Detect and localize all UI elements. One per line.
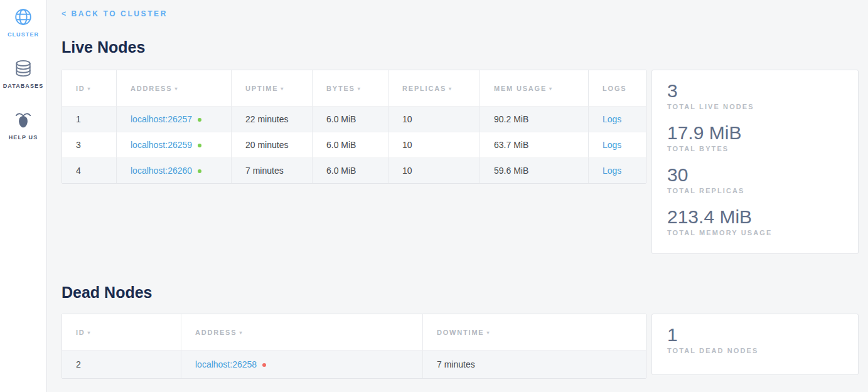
bug-icon	[14, 110, 33, 129]
node-id-cell: 2	[62, 350, 181, 378]
globe-icon	[14, 8, 33, 26]
sort-arrow-icon: ▾	[487, 330, 491, 336]
node-logs-cell: Logs	[589, 106, 646, 132]
node-address-link[interactable]: localhost:26259	[131, 140, 192, 150]
dead-status-icon	[262, 363, 266, 367]
node-address-link[interactable]: localhost:26257	[131, 114, 192, 124]
node-mem-usage-cell: 59.6 MiB	[480, 157, 589, 183]
sort-arrow-icon: ▾	[88, 330, 92, 336]
sort-arrow-icon: ▾	[239, 330, 243, 336]
sidebar: CLUSTER DATABASES HELP US	[0, 0, 47, 392]
table-row: 3 localhost:26259 20 minutes 6.0 MiB 10 …	[62, 132, 646, 157]
node-uptime-cell: 20 minutes	[232, 132, 313, 157]
node-address-link[interactable]: localhost:26258	[195, 359, 257, 369]
node-id-cell: 4	[62, 157, 117, 183]
dead-nodes-summary-card: 1 TOTAL DEAD NODES	[651, 314, 859, 375]
sort-arrow-icon: ▾	[358, 86, 362, 92]
sidebar-item-cluster[interactable]: CLUSTER	[8, 8, 39, 38]
live-nodes-title: Live Nodes	[62, 38, 859, 56]
column-header-bytes[interactable]: BYTES▾	[313, 70, 388, 106]
sidebar-item-help-us[interactable]: HELP US	[9, 110, 38, 140]
summary-stat: 30 TOTAL REPLICAS	[667, 163, 843, 196]
summary-stat: 213.4 MiB TOTAL MEMORY USAGE	[667, 205, 843, 238]
summary-stat: 1 TOTAL DEAD NODES	[667, 323, 843, 356]
stat-label: TOTAL DEAD NODES	[667, 346, 843, 356]
column-header-id[interactable]: ID▾	[62, 70, 117, 106]
node-mem-usage-cell: 63.7 MiB	[480, 132, 589, 157]
node-downtime-cell: 7 minutes	[423, 350, 646, 378]
sort-arrow-icon: ▾	[449, 86, 453, 92]
column-header-downtime[interactable]: DOWNTIME▾	[423, 314, 646, 350]
sidebar-item-databases[interactable]: DATABASES	[3, 59, 44, 89]
summary-stat: 3 TOTAL LIVE NODES	[667, 79, 843, 112]
node-replicas-cell: 10	[388, 157, 480, 183]
database-icon	[14, 59, 33, 78]
table-row: 4 localhost:26260 7 minutes 6.0 MiB 10 5…	[62, 157, 646, 183]
stat-value: 3	[667, 79, 843, 102]
live-nodes-section: ID▾ ADDRESS▾ UPTIME▾ BYTES▾ REPLICAS▾ ME…	[62, 70, 859, 254]
sort-arrow-icon: ▾	[88, 86, 92, 92]
column-header-mem-usage[interactable]: MEM USAGE▾	[480, 70, 589, 106]
node-replicas-cell: 10	[388, 106, 480, 132]
live-status-icon	[198, 169, 201, 173]
sort-arrow-icon: ▾	[281, 86, 284, 92]
live-status-icon	[198, 144, 201, 147]
node-address-cell: localhost:26259	[117, 132, 232, 157]
node-address-cell: localhost:26260	[117, 157, 232, 183]
logs-link[interactable]: Logs	[603, 140, 621, 150]
node-uptime-cell: 7 minutes	[232, 157, 313, 183]
stat-label: TOTAL BYTES	[667, 144, 843, 154]
table-header-row: ID▾ ADDRESS▾ UPTIME▾ BYTES▾ REPLICAS▾ ME…	[62, 70, 646, 106]
main-content: < BACK TO CLUSTER Live Nodes ID▾ ADDRESS…	[47, 0, 868, 392]
node-bytes-cell: 6.0 MiB	[313, 157, 388, 183]
column-header-address[interactable]: ADDRESS▾	[181, 314, 423, 350]
logs-link[interactable]: Logs	[603, 166, 621, 176]
stat-label: TOTAL MEMORY USAGE	[667, 228, 843, 238]
dead-nodes-title: Dead Nodes	[62, 283, 859, 302]
back-to-cluster-link[interactable]: < BACK TO CLUSTER	[62, 9, 168, 18]
column-header-address[interactable]: ADDRESS▾	[117, 70, 232, 106]
table-header-row: ID▾ ADDRESS▾ DOWNTIME▾	[62, 314, 646, 350]
node-mem-usage-cell: 90.2 MiB	[480, 106, 589, 132]
stat-value: 30	[667, 163, 843, 186]
table-row: 1 localhost:26257 22 minutes 6.0 MiB 10 …	[62, 106, 646, 132]
live-nodes-table: ID▾ ADDRESS▾ UPTIME▾ BYTES▾ REPLICAS▾ ME…	[62, 70, 646, 184]
stat-value: 17.9 MiB	[667, 121, 843, 144]
column-header-uptime[interactable]: UPTIME▾	[232, 70, 313, 106]
node-address-cell: localhost:26257	[117, 106, 232, 132]
stat-value: 213.4 MiB	[667, 205, 843, 228]
sidebar-item-label: HELP US	[9, 134, 38, 140]
table-row: 2 localhost:26258 7 minutes	[62, 350, 646, 378]
stat-value: 1	[667, 323, 843, 346]
node-logs-cell: Logs	[589, 157, 646, 183]
node-replicas-cell: 10	[388, 132, 480, 157]
sort-arrow-icon: ▾	[174, 86, 178, 92]
column-header-replicas[interactable]: REPLICAS▾	[388, 70, 480, 106]
summary-stat: 17.9 MiB TOTAL BYTES	[667, 121, 843, 154]
stat-label: TOTAL REPLICAS	[667, 186, 843, 196]
sidebar-item-label: CLUSTER	[8, 31, 39, 38]
logs-link[interactable]: Logs	[603, 114, 621, 124]
live-status-icon	[198, 118, 201, 122]
column-header-logs: LOGS	[589, 70, 646, 106]
node-id-cell: 1	[62, 106, 117, 132]
node-uptime-cell: 22 minutes	[232, 106, 313, 132]
sidebar-item-label: DATABASES	[3, 83, 44, 89]
column-header-id[interactable]: ID▾	[62, 314, 181, 350]
sort-arrow-icon: ▾	[549, 86, 553, 92]
node-id-cell: 3	[62, 132, 117, 157]
dead-nodes-section: ID▾ ADDRESS▾ DOWNTIME▾ 2 localhost:26258…	[62, 314, 859, 379]
dead-nodes-table: ID▾ ADDRESS▾ DOWNTIME▾ 2 localhost:26258…	[62, 314, 646, 379]
node-address-link[interactable]: localhost:26260	[131, 166, 192, 176]
node-logs-cell: Logs	[589, 132, 646, 157]
node-bytes-cell: 6.0 MiB	[313, 106, 388, 132]
live-nodes-summary-card: 3 TOTAL LIVE NODES 17.9 MiB TOTAL BYTES …	[651, 70, 859, 254]
node-bytes-cell: 6.0 MiB	[313, 132, 388, 157]
node-address-cell: localhost:26258	[181, 350, 423, 378]
stat-label: TOTAL LIVE NODES	[667, 102, 843, 112]
